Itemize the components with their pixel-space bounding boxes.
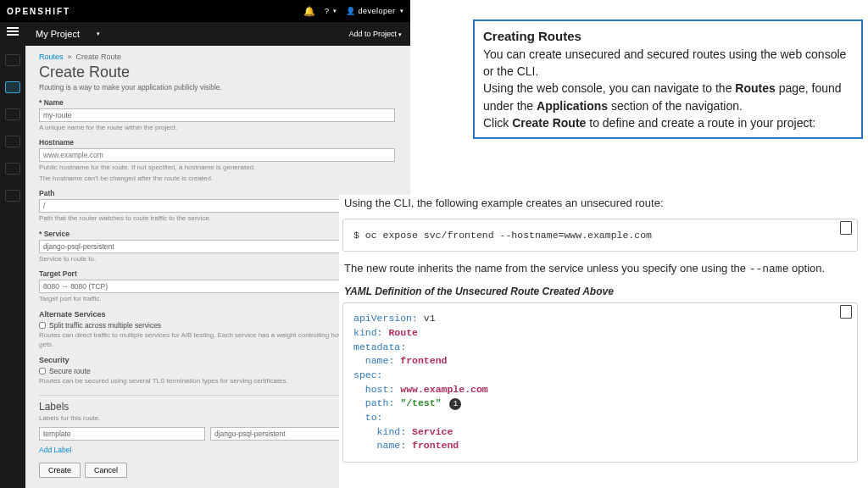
nav-item-1[interactable]: [5, 54, 20, 66]
cancel-button[interactable]: Cancel: [85, 463, 127, 478]
hostname-help1: Public hostname for the route. If not sp…: [39, 164, 395, 172]
notifications-icon[interactable]: 🔔: [303, 6, 316, 17]
label-key-input[interactable]: [39, 427, 205, 441]
name-help: A unique name for the route within the p…: [39, 124, 395, 132]
project-selector[interactable]: My Project▾: [36, 29, 100, 39]
breadcrumb-current: Create Route: [76, 53, 122, 61]
top-bar: OPENSHIFT 🔔 ?▾ 👤 developer▾: [0, 0, 410, 22]
cli-codebox: $ oc expose svc/frontend --hostname=www.…: [342, 219, 858, 252]
create-button[interactable]: Create: [39, 463, 81, 478]
top-bar-right: 🔔 ?▾ 👤 developer▾: [303, 6, 403, 17]
nav-item-4[interactable]: [5, 136, 20, 147]
hostname-label: Hostname: [39, 138, 395, 147]
breadcrumb: Routes » Create Route: [39, 53, 395, 61]
page-title: Create Route: [39, 64, 395, 81]
yaml-title: YAML Definition of the Unsecured Route C…: [339, 284, 861, 299]
nav-item-3[interactable]: [5, 108, 20, 120]
inherit-text: The new route inherits the name from the…: [339, 260, 861, 278]
left-nav-rail: [0, 46, 25, 488]
cli-command: $ oc expose svc/frontend --hostname=www.…: [353, 230, 652, 241]
nav-item-5[interactable]: [5, 163, 20, 175]
user-menu[interactable]: 👤 developer▾: [346, 7, 403, 15]
brand: OPENSHIFT: [7, 7, 70, 16]
callout-bullet-1: 1: [449, 398, 461, 410]
copy-icon[interactable]: [842, 307, 852, 319]
labels-title: Labels: [39, 401, 69, 413]
doc-panel: Using the CLI, the following example cre…: [339, 195, 861, 488]
alt-checkbox[interactable]: [39, 322, 46, 329]
add-to-project[interactable]: Add to Project▾: [348, 30, 402, 38]
info-title: Creating Routes: [483, 27, 853, 46]
name-input[interactable]: [39, 108, 395, 122]
yaml-codebox: apiVersion: v1 kind: Route metadata: nam…: [342, 302, 858, 463]
cli-intro: Using the CLI, the following example cre…: [339, 195, 861, 212]
page-subtitle: Routing is a way to make your applicatio…: [39, 83, 395, 92]
copy-icon[interactable]: [842, 223, 852, 235]
nav-item-2[interactable]: [5, 81, 20, 93]
hostname-input[interactable]: [39, 148, 395, 162]
secure-checkbox[interactable]: [39, 368, 46, 374]
project-bar: My Project▾ Add to Project▾: [0, 22, 410, 46]
hostname-help2: The hostname can't be changed after the …: [39, 175, 395, 183]
name-label: * Name: [39, 98, 395, 107]
breadcrumb-routes[interactable]: Routes: [39, 53, 64, 61]
nav-item-6[interactable]: [5, 190, 20, 202]
help-menu[interactable]: ?▾: [325, 7, 337, 15]
info-callout: Creating Routes You can create unsecured…: [473, 19, 863, 139]
hamburger-menu-icon[interactable]: [7, 27, 19, 36]
